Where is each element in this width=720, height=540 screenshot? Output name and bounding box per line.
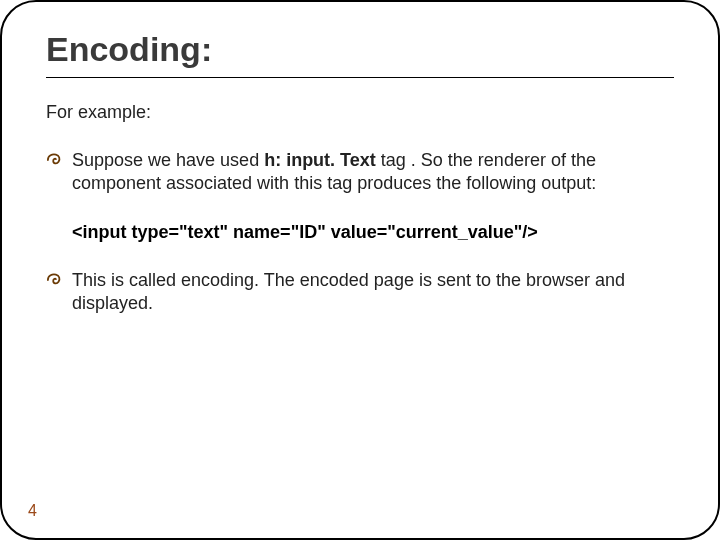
example-subhead: For example:	[46, 102, 674, 123]
slide-title: Encoding:	[46, 30, 674, 69]
title-underline	[46, 77, 674, 78]
bullet-list-2: This is called encoding. The encoded pag…	[46, 269, 674, 316]
swirl-bullet-icon	[46, 152, 64, 168]
page-number: 4	[28, 502, 37, 520]
bullet-text-bold: h: input. Text	[264, 150, 376, 170]
bullet-text-pre: Suppose we have used	[72, 150, 264, 170]
swirl-bullet-icon	[46, 272, 64, 288]
bullet-list: Suppose we have used h: input. Text tag …	[46, 149, 674, 196]
slide-frame: Encoding: For example: Suppose we have u…	[0, 0, 720, 540]
code-output-line: <input type="text" name="ID" value="curr…	[72, 222, 674, 243]
bullet-text-pre: This is called encoding. The encoded pag…	[72, 270, 625, 313]
bullet-item: Suppose we have used h: input. Text tag …	[46, 149, 674, 196]
bullet-item: This is called encoding. The encoded pag…	[46, 269, 674, 316]
